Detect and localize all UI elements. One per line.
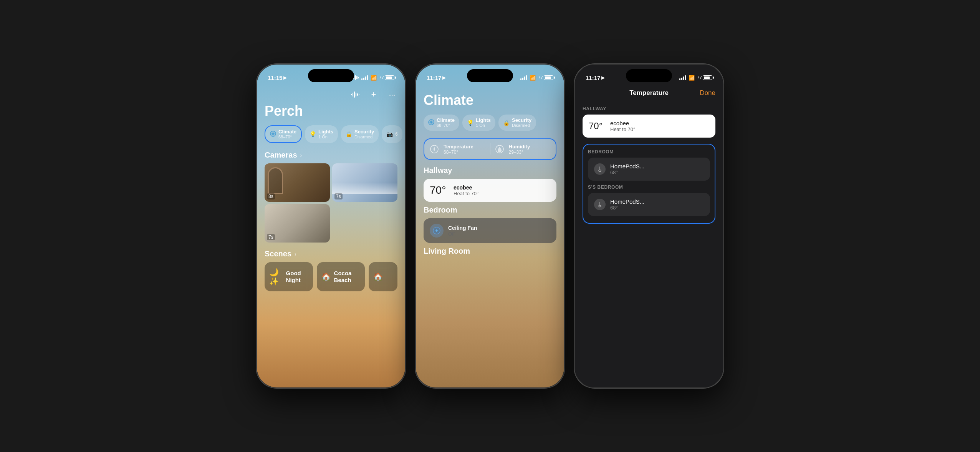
status-right-3: 📶 77 (679, 75, 712, 81)
battery-icon-3 (703, 75, 712, 80)
wifi-icon-1: 📶 (371, 75, 377, 81)
phone3-content: Temperature Done HALLWAY 70° ecobee Heat… (575, 85, 723, 387)
pill-lights-2[interactable]: 💡 Lights 1 On (462, 115, 495, 131)
hallway-label: Hallway (424, 166, 556, 175)
camera-feed-1[interactable]: 8s (265, 163, 330, 202)
extra-scene-icon: 🏠 (373, 272, 383, 281)
scenes-chevron: › (295, 251, 296, 257)
location-arrow-3: ▶ (601, 75, 604, 80)
pill-climate-2[interactable]: Climate 68–70° (424, 115, 459, 131)
phone1-content: + ··· Perch Climate 68–70° (257, 85, 405, 387)
pill-climate-1[interactable]: Climate 68–70° (265, 125, 302, 143)
homepod2-card[interactable]: HomePodS... 68° (588, 193, 710, 216)
bedroom-section-wrapper: BEDROOM HomePodS... 68° S'S BEDROOM (583, 144, 715, 224)
svg-rect-4 (357, 93, 358, 96)
category-pills-2: Climate 68–70° 💡 Lights 1 On 🔒 Security (424, 115, 556, 131)
cameras-grid: 8s 7s 7s (265, 163, 397, 243)
cocoa-beach-icon: 🏠 (321, 272, 331, 281)
phone-temperature: 11:17 ▶ 📶 77 (574, 64, 724, 388)
thermometer-icon-2 (594, 199, 606, 210)
scene-extra[interactable]: 🏠 (369, 262, 397, 291)
bedroom-label: Bedroom (424, 206, 556, 214)
dynamic-island-3 (626, 69, 672, 82)
ceiling-fan-card[interactable]: Ceiling Fan Off (424, 218, 556, 243)
svg-rect-3 (356, 93, 356, 96)
pill-cameras-1[interactable]: 📷 6 (382, 125, 402, 143)
svg-rect-5 (359, 94, 359, 95)
homepod2-name: HomePodS... (610, 198, 644, 205)
camera-feed-3[interactable]: 7s (265, 204, 330, 243)
waveform-icon[interactable] (350, 89, 361, 100)
security-icon-pill: 🔒 (346, 131, 352, 137)
dynamic-island-1 (308, 69, 354, 82)
status-time-1: 11:15 ▶ (268, 75, 286, 81)
temperature-icon (428, 143, 440, 155)
page-title-1: Perch (265, 103, 397, 119)
camera-timer-1: 8s (267, 193, 275, 199)
ecobee-temp: 70° (430, 184, 449, 196)
signal-icon-3 (679, 75, 686, 80)
cameras-chevron: › (300, 152, 302, 158)
scene-cocoa-beach[interactable]: 🏠 Cocoa Beach (317, 262, 365, 291)
temperature-title: Temperature (629, 89, 669, 97)
svg-rect-2 (354, 91, 355, 98)
battery-3: 77 (697, 75, 712, 80)
page-title-2: Climate (424, 92, 556, 108)
homepod1-name: HomePodS... (610, 163, 644, 170)
wifi-icon-3: 📶 (689, 75, 695, 81)
location-arrow-1: ▶ (283, 75, 286, 80)
signal-icon-2 (520, 75, 527, 80)
category-pills-1: Climate 68–70° 💡 Lights 1 On 🔒 Security (265, 125, 397, 143)
phone-perch: 11:15 ▶ 📶 77 (256, 64, 406, 388)
scene-good-night[interactable]: 🌙✨ Good Night (265, 262, 313, 291)
good-night-icon: 🌙✨ (269, 268, 283, 286)
svg-rect-1 (353, 93, 353, 96)
pill-security-2[interactable]: 🔒 Security Disarmed (498, 115, 536, 131)
signal-icon-1 (361, 75, 368, 80)
cameras-icon-pill: 📷 (386, 131, 393, 137)
pill-lights-1[interactable]: 💡 Lights 1 On (305, 125, 338, 143)
ecobee-card[interactable]: 70° ecobee Heat to 70° (424, 179, 556, 202)
phone-climate: 11:17 ▶ 📶 77 (415, 64, 565, 388)
battery-1: 77 (379, 75, 394, 80)
lights-icon-pill: 💡 (310, 131, 316, 137)
svg-rect-0 (351, 94, 352, 95)
status-right-1: 📶 77 (352, 75, 394, 81)
ss-bedroom-room-label: S'S BEDROOM (588, 184, 710, 190)
homepod1-card[interactable]: HomePodS... 68° (588, 158, 710, 181)
phone1-toolbar: + ··· (265, 89, 397, 100)
fan-icon (430, 224, 444, 238)
add-icon[interactable]: + (368, 89, 379, 100)
wifi-icon-2: 📶 (530, 75, 536, 81)
ecobee-device-card[interactable]: 70° ecobee Heat to 70° (583, 115, 715, 138)
status-right-2: 📶 77 (520, 75, 553, 81)
camera-timer-2: 7s (334, 193, 343, 199)
security-icon-pill-2: 🔒 (503, 120, 510, 126)
dynamic-island-2 (467, 69, 513, 82)
hallway-section: HALLWAY 70° ecobee Heat to 70° (583, 106, 715, 138)
more-icon[interactable]: ··· (387, 89, 397, 100)
hallway-room-label: HALLWAY (583, 106, 715, 111)
temp-humidity-cards[interactable]: Temperature 68–70° Humidity 29–33° (424, 138, 556, 160)
homepod2-sub: 68° (610, 205, 644, 211)
scenes-header: Scenes › (265, 249, 397, 258)
living-room-label: Living Room (424, 247, 556, 256)
done-button[interactable]: Done (700, 89, 715, 97)
homepod1-sub: 68° (610, 170, 644, 175)
battery-icon-1 (385, 75, 394, 80)
climate-icon-pill-2 (428, 119, 434, 126)
camera-feed-2[interactable]: 7s (332, 163, 397, 202)
phone2-content: Climate Climate 68–70° � (416, 85, 564, 387)
scenes-grid: 🌙✨ Good Night 🏠 Cocoa Beach 🏠 (265, 262, 397, 291)
phone3-header: Temperature Done (583, 89, 715, 97)
battery-2: 77 (538, 75, 553, 80)
temperature-card[interactable]: Temperature 68–70° (428, 143, 487, 155)
humidity-icon (493, 143, 506, 155)
ecobee-detail-temp: 70° (589, 121, 606, 131)
pill-security-1[interactable]: 🔒 Security Disarmed (341, 125, 379, 143)
humidity-card[interactable]: Humidity 29–33° (493, 143, 552, 155)
battery-icon-2 (544, 75, 553, 80)
ecobee-device-name: ecobee (610, 120, 635, 126)
climate-icon-pill (270, 131, 276, 138)
status-time-2: 11:17 ▶ (427, 75, 445, 81)
